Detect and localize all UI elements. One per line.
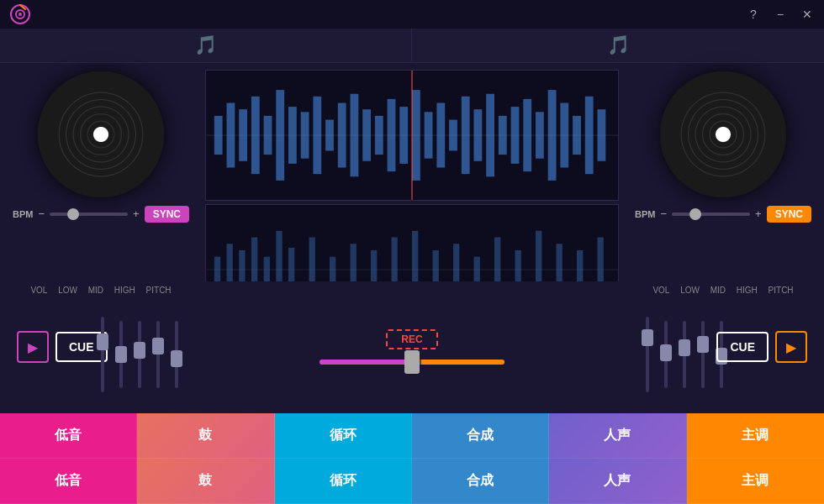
svg-rect-22 xyxy=(425,112,433,158)
svg-rect-18 xyxy=(375,115,383,154)
fader-track-mid-right[interactable] xyxy=(683,321,686,388)
fader-track-low-right[interactable] xyxy=(664,321,668,388)
grid-btn-vocal-l[interactable]: 人声 xyxy=(549,413,686,459)
fader-thumb-low-left[interactable] xyxy=(115,346,127,363)
bpm-minus-left[interactable]: − xyxy=(38,207,45,220)
sync-button-left[interactable]: SYNC xyxy=(145,206,189,223)
fader-thumb-mid-left[interactable] xyxy=(134,342,145,359)
crossfader-fill-right xyxy=(421,360,504,365)
svg-rect-32 xyxy=(548,90,557,181)
cue-button-right[interactable]: CUE xyxy=(716,332,769,362)
grid-btn-synth-r[interactable]: 合成 xyxy=(412,459,549,504)
fader-thumb-pitch-left[interactable] xyxy=(171,350,182,367)
tab-left[interactable]: 🎵 xyxy=(0,29,412,61)
bpm-plus-left[interactable]: + xyxy=(133,207,140,220)
high-label-right: HIGH xyxy=(737,286,758,295)
fader-track-vol-right[interactable] xyxy=(646,317,649,392)
svg-rect-30 xyxy=(523,98,531,171)
titlebar-left xyxy=(10,4,30,24)
svg-rect-13 xyxy=(313,96,321,173)
crossfader[interactable] xyxy=(320,360,504,365)
fader-thumb-low-right[interactable] xyxy=(660,344,672,361)
bpm-row-left: BPM − + SYNC xyxy=(8,206,193,223)
svg-rect-14 xyxy=(325,119,334,150)
titlebar-controls: ? − ✕ xyxy=(747,8,814,21)
grid-btn-main-l[interactable]: 主调 xyxy=(687,413,824,459)
sync-button-right[interactable]: SYNC xyxy=(767,206,811,223)
play-icon-right: ▶ xyxy=(786,339,796,355)
bpm-thumb-right[interactable] xyxy=(689,208,701,220)
bpm-minus-right[interactable]: − xyxy=(660,207,667,220)
low-label-right: LOW xyxy=(680,286,700,295)
dj-main: BPM − + SYNC xyxy=(0,63,824,281)
svg-rect-47 xyxy=(330,256,335,282)
bpm-thumb-left[interactable] xyxy=(67,208,79,220)
high-label-left: HIGH xyxy=(114,286,135,295)
grid-btn-drum-l[interactable]: 鼓 xyxy=(137,413,274,459)
svg-rect-19 xyxy=(388,98,396,171)
center-waveform xyxy=(202,63,622,281)
bpm-plus-right[interactable]: + xyxy=(755,207,762,220)
pitch-label-right: PITCH xyxy=(769,286,794,295)
fader-track-high-left[interactable] xyxy=(156,321,160,388)
waveform-main xyxy=(205,70,619,201)
fader-track-vol-left[interactable] xyxy=(101,317,104,392)
fader-thumb-mid-right[interactable] xyxy=(679,339,690,356)
tab-right[interactable]: 🎵 xyxy=(412,29,824,61)
svg-rect-6 xyxy=(227,102,235,167)
svg-rect-16 xyxy=(351,93,359,176)
bpm-slider-left[interactable] xyxy=(50,213,128,216)
fader-pitch-left xyxy=(175,321,178,388)
fader-thumb-vol-left[interactable] xyxy=(97,333,108,350)
grid-btn-main-r[interactable]: 主调 xyxy=(687,459,824,504)
svg-rect-35 xyxy=(585,96,594,173)
tabs-area: 🎵 🎵 xyxy=(0,29,824,62)
grid-btn-drum-r[interactable]: 鼓 xyxy=(137,459,274,504)
fader-thumb-high-left[interactable] xyxy=(152,338,164,354)
svg-rect-9 xyxy=(264,115,272,154)
play-icon-left: ▶ xyxy=(28,339,38,355)
play-button-right[interactable]: ▶ xyxy=(775,331,807,363)
svg-point-2 xyxy=(18,13,22,16)
svg-rect-27 xyxy=(486,93,494,176)
music-icon-left: 🎵 xyxy=(194,34,217,56)
fader-mid-right xyxy=(683,321,686,388)
grid-btn-bass-r[interactable]: 低音 xyxy=(0,459,137,504)
bpm-row-right: BPM − + SYNC xyxy=(631,206,816,223)
svg-rect-12 xyxy=(301,112,309,158)
svg-rect-7 xyxy=(239,109,247,161)
fader-thumb-high-right[interactable] xyxy=(697,336,709,353)
svg-rect-17 xyxy=(362,109,371,161)
help-button[interactable]: ? xyxy=(747,8,760,21)
titlebar: ? − ✕ xyxy=(0,0,824,29)
bottom-row1: 低音鼓循环合成人声主调 xyxy=(0,413,824,459)
bpm-slider-right[interactable] xyxy=(672,213,750,216)
fader-track-pitch-left[interactable] xyxy=(175,321,178,388)
fader-track-high-right[interactable] xyxy=(701,321,705,388)
fader-low-right xyxy=(664,321,668,388)
deck-right: BPM − + SYNC xyxy=(622,63,824,281)
minimize-button[interactable]: − xyxy=(774,8,787,21)
grid-btn-loop-l[interactable]: 循环 xyxy=(275,413,412,459)
svg-rect-36 xyxy=(598,109,606,161)
grid-btn-bass-l[interactable]: 低音 xyxy=(0,413,137,459)
rec-button[interactable]: REC xyxy=(386,329,437,349)
svg-rect-26 xyxy=(474,109,483,161)
grid-btn-loop-r[interactable]: 循环 xyxy=(275,459,412,504)
play-button-left[interactable]: ▶ xyxy=(17,331,49,363)
svg-rect-33 xyxy=(560,102,568,167)
svg-rect-24 xyxy=(449,119,457,150)
fader-track-low-left[interactable] xyxy=(119,321,123,388)
crossfader-thumb[interactable] xyxy=(404,350,420,374)
grid-btn-vocal-r[interactable]: 人声 xyxy=(549,459,686,504)
close-button[interactable]: ✕ xyxy=(800,8,814,21)
svg-rect-21 xyxy=(412,90,420,181)
deck-left: BPM − + SYNC xyxy=(0,63,202,281)
app-container: ? − ✕ 🎵 🎵 BPM − + SYNC xyxy=(0,0,824,504)
svg-rect-31 xyxy=(536,112,544,158)
svg-rect-34 xyxy=(573,115,581,154)
vinyl-left xyxy=(38,71,164,197)
grid-btn-synth-l[interactable]: 合成 xyxy=(412,413,549,459)
fader-thumb-vol-right[interactable] xyxy=(642,329,653,346)
fader-track-mid-left[interactable] xyxy=(138,321,141,388)
